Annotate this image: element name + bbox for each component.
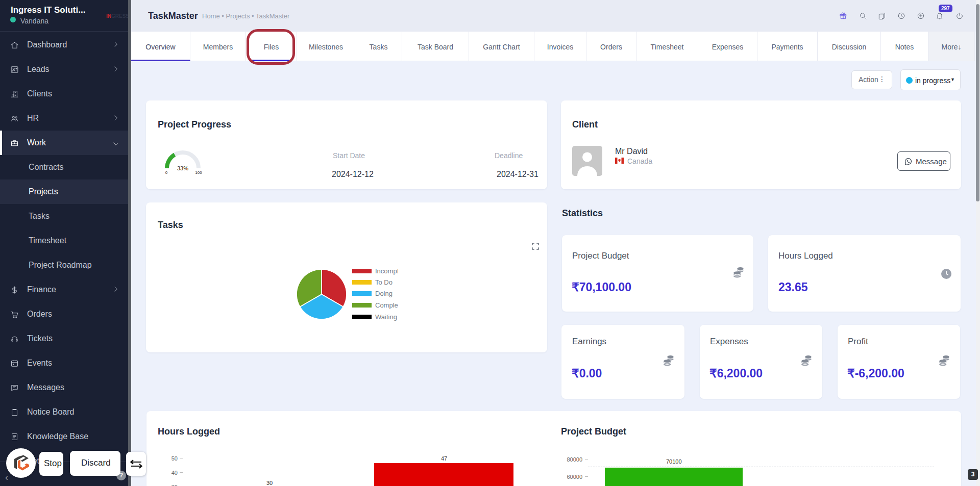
svg-text:100: 100 (195, 170, 202, 174)
svg-text:0: 0 (165, 170, 168, 174)
svg-text:33%: 33% (177, 165, 188, 171)
